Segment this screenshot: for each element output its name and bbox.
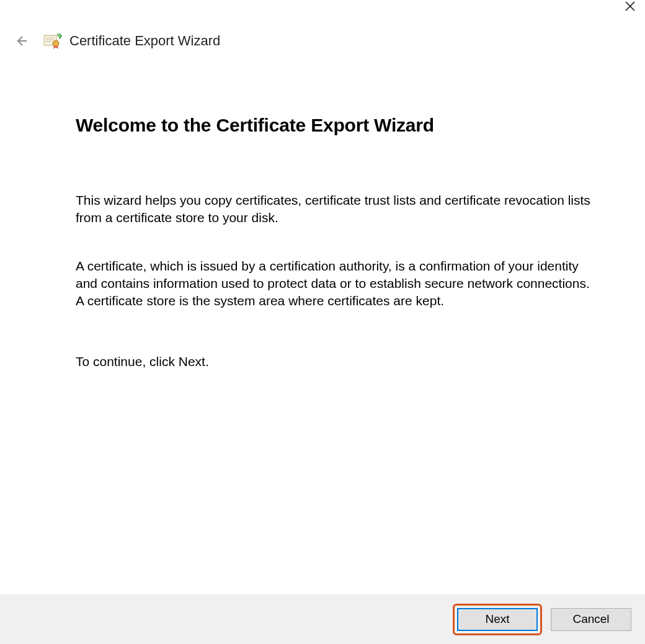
svg-point-7	[53, 40, 59, 47]
certificate-icon	[43, 32, 62, 50]
wizard-footer: Next Cancel	[0, 594, 645, 644]
wizard-content: Welcome to the Certificate Export Wizard…	[76, 115, 590, 401]
continue-hint: To continue, click Next.	[76, 353, 590, 370]
wizard-title: Certificate Export Wizard	[69, 33, 220, 49]
intro-paragraph-2: A certificate, which is issued by a cert…	[76, 257, 590, 310]
close-button[interactable]	[625, 0, 635, 14]
wizard-header: Certificate Export Wizard	[12, 30, 220, 52]
back-arrow-icon	[14, 34, 29, 48]
next-button-highlight: Next	[453, 604, 542, 635]
next-button[interactable]: Next	[457, 608, 538, 631]
close-icon	[625, 1, 635, 11]
cancel-button[interactable]: Cancel	[551, 608, 631, 631]
wizard-window: Certificate Export Wizard Welcome to the…	[0, 0, 645, 644]
back-button[interactable]	[12, 32, 30, 50]
page-heading: Welcome to the Certificate Export Wizard	[76, 115, 590, 136]
intro-paragraph-1: This wizard helps you copy certificates,…	[76, 192, 590, 226]
